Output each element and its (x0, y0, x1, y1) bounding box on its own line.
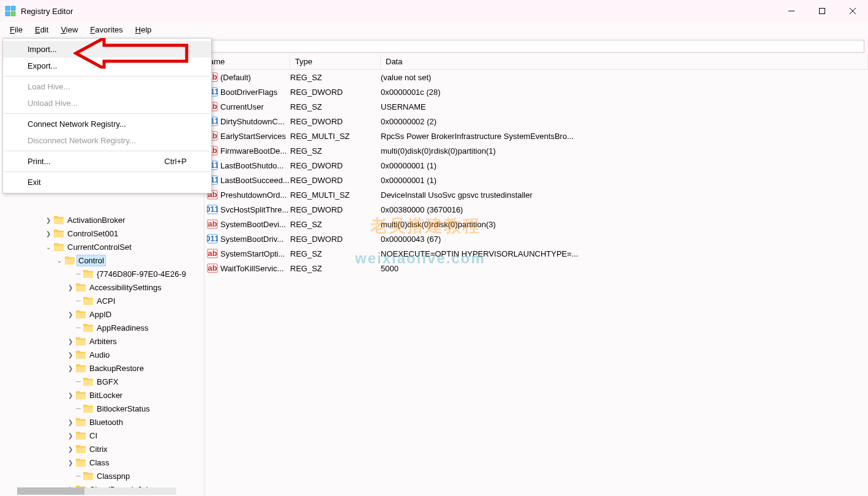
tree-item[interactable]: ❯BackupRestore (0, 361, 204, 375)
list-header: ame Type Data (204, 55, 868, 70)
value-data: 0x00000001 (1) (381, 176, 868, 185)
scrollbar-thumb[interactable] (17, 487, 84, 495)
menu-connect-network[interactable]: Connect Network Registry... (3, 116, 211, 132)
value-data: 0x00380000 (3670016) (381, 205, 868, 214)
file-menu-dropdown: Import... Export... Load Hive... Unload … (2, 38, 212, 194)
value-type: REG_SZ (290, 220, 381, 229)
list-row[interactable]: 011DirtyShutdownC...REG_DWORD0x00000002 … (204, 114, 868, 129)
tree-item[interactable]: ❯ControlSet001 (0, 227, 204, 240)
maximize-button[interactable] (807, 0, 837, 22)
menu-help[interactable]: Help (130, 24, 157, 36)
tree-label: {7746D80F-97E0-4E26-9 (95, 269, 187, 279)
list-row[interactable]: 011SystemBootDriv...REG_DWORD0x00000043 … (204, 231, 868, 246)
value-data: 0x00000002 (2) (381, 117, 868, 126)
tree-item[interactable]: ❯AppID (0, 307, 204, 321)
list-row[interactable]: 011SvcHostSplitThre...REG_DWORD0x0038000… (204, 202, 868, 217)
column-name[interactable]: ame (204, 55, 290, 69)
tree-item[interactable]: ┄Classpnp (0, 469, 204, 483)
tree-item[interactable]: ⌄Control (0, 254, 204, 267)
tree-item[interactable]: ┄AppReadiness (0, 321, 204, 334)
tree-expander[interactable]: ❯ (66, 392, 75, 399)
value-data: (value not set) (381, 73, 868, 82)
tree-item[interactable]: ❯Bluetooth (0, 415, 204, 429)
horizontal-scrollbar[interactable] (17, 487, 176, 495)
tree-expander[interactable]: ❯ (44, 230, 53, 237)
menu-favorites[interactable]: Favorites (85, 24, 127, 36)
tree-item[interactable]: ❯CI (0, 429, 204, 442)
tree-item[interactable]: ❯Citrix (0, 442, 204, 456)
menu-separator (4, 113, 210, 114)
list-pane[interactable]: ame Type Data ab(Default)REG_SZ(value no… (204, 55, 868, 496)
svg-text:011: 011 (207, 234, 218, 243)
tree-expander[interactable]: ❯ (66, 419, 75, 426)
minimize-button[interactable] (776, 0, 807, 22)
column-type[interactable]: Type (290, 55, 381, 69)
list-row[interactable]: abPreshutdownOrd...REG_MULTI_SZDeviceIns… (204, 187, 868, 202)
tree-item[interactable]: ┄BitlockerStatus (0, 402, 204, 415)
menu-file[interactable]: File (5, 24, 28, 36)
tree-label: Audio (88, 350, 111, 360)
close-button[interactable] (837, 0, 868, 22)
value-data: multi(0)disk(0)rdisk(0)partition(3) (381, 220, 868, 229)
tree-item[interactable]: ┄ACPI (0, 294, 204, 307)
tree-expander[interactable]: ❯ (66, 432, 75, 439)
column-data[interactable]: Data (381, 55, 868, 69)
tree-expander[interactable]: ⌄ (55, 257, 64, 264)
menu-exit[interactable]: Exit (3, 174, 211, 190)
tree-item[interactable]: ❯AccessibilitySettings (0, 280, 204, 294)
svg-rect-1 (11, 6, 15, 10)
value-data: RpcSs Power BrokerInfrastructure SystemE… (381, 132, 868, 141)
tree-label: CurrentControlSet (66, 242, 133, 252)
list-row[interactable]: abEarlyStartServicesREG_MULTI_SZRpcSs Po… (204, 129, 868, 143)
tree-item[interactable]: ❯Class (0, 456, 204, 469)
tree-label: Arbiters (88, 336, 118, 347)
menu-separator (4, 171, 210, 172)
tree-expander[interactable]: ❯ (66, 284, 75, 291)
list-row[interactable]: ab(Default)REG_SZ(value not set) (204, 70, 868, 85)
list-row[interactable]: abFirmwareBootDe...REG_SZmulti(0)disk(0)… (204, 143, 868, 158)
tree-expander[interactable]: ❯ (66, 311, 75, 318)
svg-rect-5 (820, 9, 825, 14)
value-name: SystemBootDriv... (218, 235, 290, 244)
menu-export[interactable]: Export... (3, 58, 211, 74)
tree-expander[interactable]: ⌄ (44, 244, 53, 250)
menu-print[interactable]: Print...Ctrl+P (3, 153, 211, 170)
tree-item[interactable]: ⌄CurrentControlSet (0, 240, 204, 254)
list-row[interactable]: abSystemBootDevi...REG_SZmulti(0)disk(0)… (204, 217, 868, 231)
value-type: REG_SZ (290, 264, 381, 273)
list-row[interactable]: abSystemStartOpti...REG_SZ NOEXECUTE=OPT… (204, 246, 868, 261)
menu-view[interactable]: View (56, 24, 83, 36)
tree-item[interactable]: ❯BitLocker (0, 388, 204, 402)
menu-load-hive: Load Hive... (3, 78, 211, 95)
tree-expander[interactable]: ❯ (66, 365, 75, 372)
tree-item[interactable]: ❯Audio (0, 348, 204, 361)
tree-item[interactable]: ❯Arbiters (0, 334, 204, 348)
tree-expander[interactable]: ❯ (66, 351, 75, 358)
tree-expander[interactable]: ❯ (66, 459, 75, 466)
value-data: 0x0000001c (28) (381, 88, 868, 97)
tree-expander[interactable]: ❯ (66, 338, 75, 345)
list-row[interactable]: 011LastBootShutdo...REG_DWORD0x00000001 … (204, 158, 868, 173)
menu-edit[interactable]: Edit (30, 24, 53, 36)
menu-separator (4, 76, 210, 77)
tree-label: ActivationBroker (66, 215, 127, 225)
value-type: REG_SZ (290, 249, 381, 258)
value-type: REG_DWORD (290, 176, 381, 185)
list-row[interactable]: 011BootDriverFlagsREG_DWORD0x0000001c (2… (204, 85, 868, 99)
tree-item[interactable]: ❯ActivationBroker (0, 213, 204, 227)
list-row[interactable]: abCurrentUserREG_SZUSERNAME (204, 99, 868, 114)
title-bar: Registry Editor (0, 0, 868, 22)
tree-expander[interactable]: ❯ (66, 446, 75, 453)
svg-rect-3 (11, 12, 15, 16)
value-type: REG_SZ (290, 73, 381, 82)
value-data: 0x00000043 (67) (381, 235, 868, 244)
menu-import[interactable]: Import... (3, 41, 211, 58)
svg-text:011: 011 (207, 205, 218, 214)
tree-expander[interactable]: ❯ (44, 217, 53, 224)
list-row[interactable]: 011LastBootSucceed...REG_DWORD0x00000001… (204, 173, 868, 187)
tree-item[interactable]: ┄BGFX (0, 375, 204, 388)
value-name: SystemBootDevi... (218, 220, 290, 229)
list-row[interactable]: abWaitToKillServic...REG_SZ5000 (204, 261, 868, 276)
tree-item[interactable]: ┄{7746D80F-97E0-4E26-9 (0, 267, 204, 280)
value-type: REG_DWORD (290, 88, 381, 97)
